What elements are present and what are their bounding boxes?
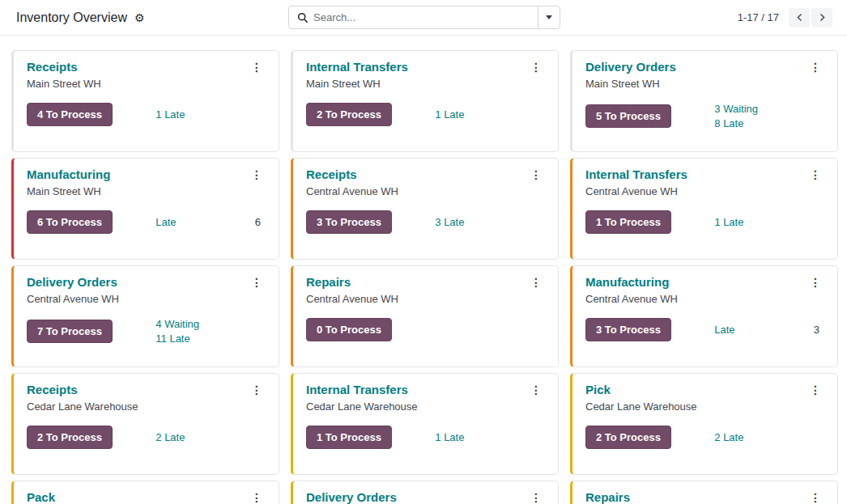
card-title-link[interactable]: Receipts xyxy=(27,60,78,75)
kebab-menu-icon[interactable]: ⋮ xyxy=(248,275,266,290)
status-area: 2 Late xyxy=(714,431,824,443)
card-body: 5 To Process3 Waiting8 Late xyxy=(585,103,824,129)
kebab-menu-icon[interactable]: ⋮ xyxy=(807,167,824,182)
kanban-card: Internal Transfers⋮Main Street WH2 To Pr… xyxy=(291,50,559,152)
status-area: 1 Late xyxy=(714,216,824,228)
to-process-area: 2 To Process xyxy=(27,426,155,449)
kebab-menu-icon[interactable]: ⋮ xyxy=(807,60,824,74)
kebab-menu-icon[interactable]: ⋮ xyxy=(527,167,545,182)
card-title-link[interactable]: Receipts xyxy=(306,167,357,183)
to-process-area: 5 To Process xyxy=(585,104,714,128)
status-label-link[interactable]: Late xyxy=(714,324,734,336)
kebab-menu-icon[interactable]: ⋮ xyxy=(248,490,266,504)
to-process-button[interactable]: 5 To Process xyxy=(585,104,671,128)
kebab-menu-icon[interactable]: ⋮ xyxy=(248,383,266,397)
to-process-button[interactable]: 3 To Process xyxy=(306,210,392,234)
to-process-button[interactable]: 6 To Process xyxy=(27,210,113,234)
search-bar xyxy=(288,6,560,29)
status-link[interactable]: 2 Late xyxy=(155,431,266,443)
kanban-grid: Receipts⋮Main Street WH4 To Process1 Lat… xyxy=(0,36,847,504)
card-warehouse: Central Avenue WH xyxy=(27,293,266,305)
card-warehouse: Cedar Lane Warehouse xyxy=(27,400,266,413)
status-link[interactable]: 8 Late xyxy=(714,117,824,129)
to-process-button[interactable]: 1 To Process xyxy=(306,426,392,449)
status-area: 2 Late xyxy=(155,431,266,443)
card-header: Receipts⋮ xyxy=(27,60,266,75)
card-title-link[interactable]: Delivery Orders xyxy=(306,490,397,504)
card-warehouse: Central Avenue WH xyxy=(306,293,545,305)
chevron-left-icon xyxy=(796,13,803,22)
card-body: 1 To Process1 Late xyxy=(585,210,824,234)
to-process-button[interactable]: 3 To Process xyxy=(585,318,671,341)
status-label-link[interactable]: Late xyxy=(155,216,176,228)
status-link[interactable]: 2 Late xyxy=(714,431,824,443)
card-header: Internal Transfers⋮ xyxy=(585,167,824,183)
status-link[interactable]: 3 Late xyxy=(435,216,545,228)
card-title-link[interactable]: Pack xyxy=(27,490,55,504)
kanban-card: Pick⋮Cedar Lane Warehouse2 To Process2 L… xyxy=(570,373,838,475)
kebab-menu-icon[interactable]: ⋮ xyxy=(807,275,824,290)
kebab-menu-icon[interactable]: ⋮ xyxy=(248,167,266,182)
pager-range: 1-17 / 17 xyxy=(738,11,779,23)
card-title-link[interactable]: Manufacturing xyxy=(585,275,669,290)
top-bar: Inventory Overview ⚙ 1-17 / 17 xyxy=(0,0,847,36)
card-warehouse: Cedar Lane Warehouse xyxy=(306,400,545,413)
search-input[interactable] xyxy=(313,6,538,28)
kebab-menu-icon[interactable]: ⋮ xyxy=(527,490,545,504)
search-dropdown-toggle[interactable] xyxy=(538,6,560,28)
card-header: Delivery Orders⋮ xyxy=(27,275,266,290)
status-link[interactable]: 11 Late xyxy=(155,332,266,345)
card-title-link[interactable]: Internal Transfers xyxy=(306,383,408,398)
card-title-link[interactable]: Pick xyxy=(585,383,611,398)
card-header: Receipts⋮ xyxy=(306,167,545,183)
pager-prev-button[interactable] xyxy=(789,8,810,28)
card-title-link[interactable]: Repairs xyxy=(585,490,630,504)
to-process-button[interactable]: 0 To Process xyxy=(306,318,392,341)
status-link[interactable]: 4 Waiting xyxy=(155,318,266,330)
card-title-link[interactable]: Internal Transfers xyxy=(306,60,408,75)
to-process-button[interactable]: 2 To Process xyxy=(27,426,113,449)
card-header: Internal Transfers⋮ xyxy=(306,60,545,75)
card-warehouse: Central Avenue WH xyxy=(585,185,824,197)
card-body: 2 To Process2 Late xyxy=(585,426,824,449)
card-body: 2 To Process1 Late xyxy=(306,103,545,126)
status-link[interactable]: 1 Late xyxy=(435,108,545,121)
kanban-card: Internal Transfers⋮Cedar Lane Warehouse1… xyxy=(291,373,559,475)
page-title: Inventory Overview xyxy=(16,11,127,25)
status-row: Late3 xyxy=(714,324,824,336)
gear-icon[interactable]: ⚙ xyxy=(134,12,145,23)
status-area: 1 Late xyxy=(155,108,266,121)
card-warehouse: Central Avenue WH xyxy=(306,185,545,197)
card-title-link[interactable]: Receipts xyxy=(27,383,78,398)
status-link[interactable]: 1 Late xyxy=(435,431,545,443)
to-process-button[interactable]: 1 To Process xyxy=(585,210,671,234)
kebab-menu-icon[interactable]: ⋮ xyxy=(527,60,545,74)
card-title-link[interactable]: Delivery Orders xyxy=(27,275,117,290)
to-process-button[interactable]: 4 To Process xyxy=(27,103,113,126)
kebab-menu-icon[interactable]: ⋮ xyxy=(527,275,545,290)
status-area: 3 Late xyxy=(435,216,545,228)
status-link[interactable]: 1 Late xyxy=(155,108,266,121)
breadcrumb-area: Inventory Overview ⚙ xyxy=(10,11,288,25)
card-title-link[interactable]: Internal Transfers xyxy=(585,167,687,183)
card-warehouse: Cedar Lane Warehouse xyxy=(585,400,824,413)
kebab-menu-icon[interactable]: ⋮ xyxy=(807,383,824,397)
card-title-link[interactable]: Delivery Orders xyxy=(585,60,676,75)
kanban-card: Delivery Orders⋮Central Avenue WH7 To Pr… xyxy=(11,265,279,367)
kebab-menu-icon[interactable]: ⋮ xyxy=(248,60,266,74)
pager-next-button[interactable] xyxy=(811,8,832,28)
to-process-button[interactable]: 2 To Process xyxy=(306,103,392,126)
to-process-button[interactable]: 7 To Process xyxy=(27,320,113,343)
kanban-card: Repairs⋮Central Avenue WH0 To Process xyxy=(291,265,559,367)
card-header: Pick⋮ xyxy=(585,383,824,398)
card-title-link[interactable]: Manufacturing xyxy=(27,167,110,183)
status-link[interactable]: 3 Waiting xyxy=(714,103,824,115)
card-title-link[interactable]: Repairs xyxy=(306,275,351,290)
status-link[interactable]: 1 Late xyxy=(714,216,824,228)
chevron-right-icon xyxy=(819,13,826,22)
kebab-menu-icon[interactable]: ⋮ xyxy=(527,383,545,397)
kebab-menu-icon[interactable]: ⋮ xyxy=(807,490,824,504)
to-process-button[interactable]: 2 To Process xyxy=(585,426,671,449)
to-process-area: 2 To Process xyxy=(585,426,714,449)
card-body: 7 To Process4 Waiting11 Late xyxy=(27,318,266,345)
